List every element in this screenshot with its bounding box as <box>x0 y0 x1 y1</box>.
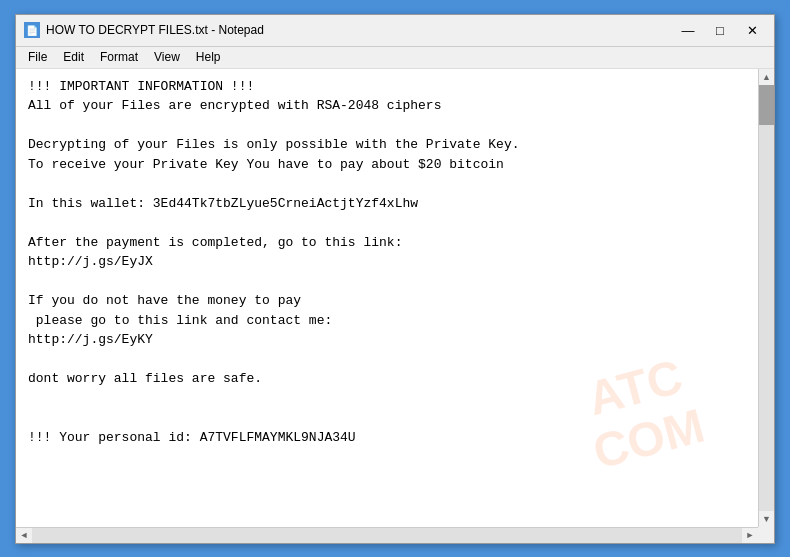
app-icon: 📄 <box>24 22 40 38</box>
title-bar: 📄 HOW TO DECRYPT FILES.txt - Notepad — □… <box>16 15 774 47</box>
horizontal-scrollbar[interactable]: ◄ ► <box>16 527 774 543</box>
vertical-scrollbar[interactable]: ▲ ▼ <box>758 69 774 527</box>
menu-edit[interactable]: Edit <box>55 48 92 66</box>
scroll-up-arrow[interactable]: ▲ <box>759 69 775 85</box>
scroll-corner <box>758 527 774 543</box>
scroll-track[interactable] <box>759 85 774 511</box>
notepad-window: 📄 HOW TO DECRYPT FILES.txt - Notepad — □… <box>15 14 775 544</box>
scroll-right-arrow[interactable]: ► <box>742 527 758 543</box>
close-button[interactable]: ✕ <box>738 19 766 41</box>
menu-format[interactable]: Format <box>92 48 146 66</box>
window-controls: — □ ✕ <box>674 19 766 41</box>
minimize-button[interactable]: — <box>674 19 702 41</box>
window-title: HOW TO DECRYPT FILES.txt - Notepad <box>46 23 674 37</box>
scroll-down-arrow[interactable]: ▼ <box>759 511 775 527</box>
content-and-scroll: ATC COM !!! IMPORTANT INFORMATION !!! Al… <box>16 69 774 527</box>
hscroll-track[interactable] <box>32 528 742 543</box>
text-area[interactable]: ATC COM !!! IMPORTANT INFORMATION !!! Al… <box>16 69 758 527</box>
menu-view[interactable]: View <box>146 48 188 66</box>
maximize-button[interactable]: □ <box>706 19 734 41</box>
notepad-content: !!! IMPORTANT INFORMATION !!! All of you… <box>28 77 746 448</box>
menu-file[interactable]: File <box>20 48 55 66</box>
menu-bar: File Edit Format View Help <box>16 47 774 69</box>
scroll-left-arrow[interactable]: ◄ <box>16 527 32 543</box>
menu-help[interactable]: Help <box>188 48 229 66</box>
scroll-thumb[interactable] <box>759 85 774 125</box>
